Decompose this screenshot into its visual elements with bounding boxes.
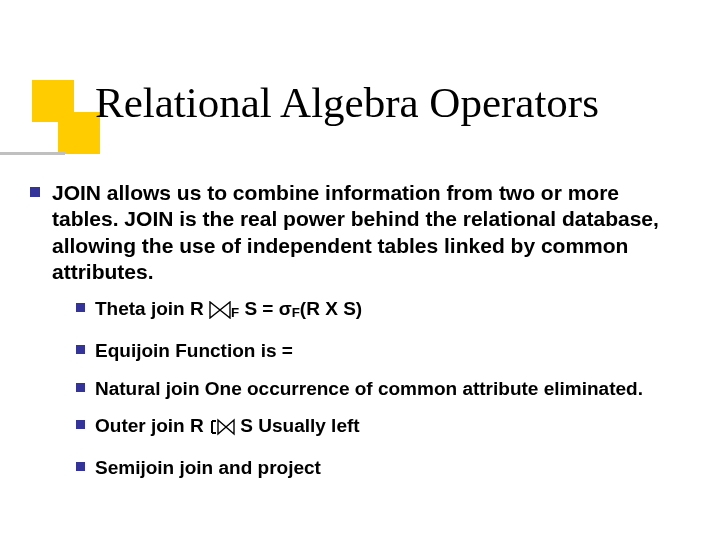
sub-text: Theta join R F S = σF(R X S) [95,297,362,325]
accent-square-2 [58,112,100,154]
bullet-icon [76,345,85,354]
accent-underline [0,152,65,155]
slide-title: Relational Algebra Operators [95,78,599,127]
left-outer-join-icon [209,418,235,442]
bullet-icon [76,303,85,312]
main-text: JOIN allows us to combine information fr… [52,180,690,285]
bullet-icon [76,462,85,471]
text-fragment: (R X S) [300,298,362,319]
slide-body: JOIN allows us to combine information fr… [30,180,690,494]
sub-list: Theta join R F S = σF(R X S) Equijoin Fu… [76,297,690,480]
bullet-icon [76,420,85,429]
sub-item-natural-join: Natural join One occurrence of common at… [76,377,690,401]
sub-item-equijoin: Equijoin Function is = [76,339,690,363]
bullet-icon [30,187,40,197]
sub-text: Equijoin Function is = [95,339,293,363]
bowtie-icon [209,301,231,325]
bullet-icon [76,383,85,392]
sub-text: Natural join One occurrence of common at… [95,377,643,401]
sub-item-semijoin: Semijoin join and project [76,456,690,480]
sub-text: Semijoin join and project [95,456,321,480]
sub-item-outer-join: Outer join R S Usually left [76,414,690,442]
text-fragment: Theta join R [95,298,209,319]
main-point: JOIN allows us to combine information fr… [30,180,690,285]
text-fragment: Outer join R [95,415,209,436]
subscript-f: F [292,305,300,320]
text-fragment: S Usually left [240,415,359,436]
text-fragment: S = σ [244,298,291,319]
sub-item-theta-join: Theta join R F S = σF(R X S) [76,297,690,325]
subscript-f: F [231,305,239,320]
sub-text: Outer join R S Usually left [95,414,360,442]
